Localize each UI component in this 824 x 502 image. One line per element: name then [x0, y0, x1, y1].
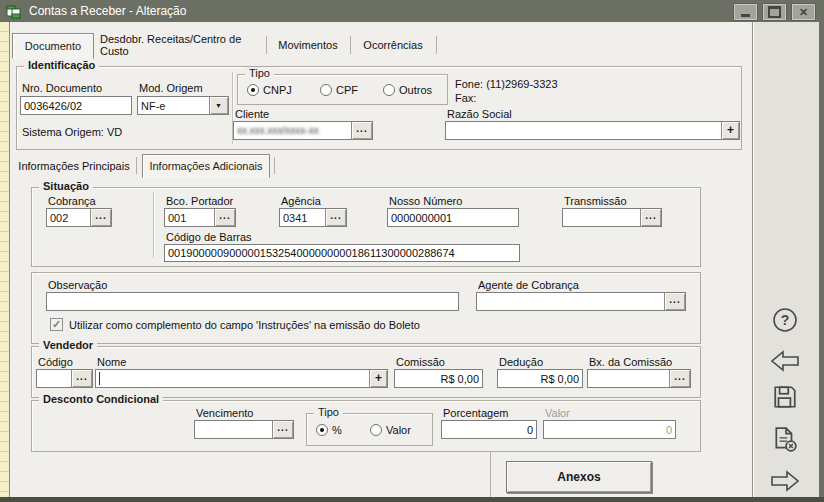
vencimento-value	[195, 421, 272, 438]
back-arrow-icon[interactable]	[769, 346, 801, 376]
maximize-button[interactable]	[762, 3, 787, 21]
transmissao-field[interactable]: ...	[562, 208, 662, 227]
cliente-lookup-button[interactable]: ...	[351, 122, 372, 139]
subtab-separator	[136, 157, 137, 174]
agencia-field[interactable]: 0341 ...	[279, 208, 347, 227]
cliente-field[interactable]: xx.xxx.xxx/xxxx-xx ...	[233, 121, 373, 140]
porcentagem-label: Porcentagem	[443, 407, 508, 419]
radio-outros[interactable]	[383, 84, 395, 96]
vencimento-label: Vencimento	[196, 407, 253, 419]
agencia-label: Agência	[281, 195, 321, 207]
dropdown-arrow-icon[interactable]: ▼	[209, 97, 228, 114]
vencimento-field[interactable]: ...	[194, 420, 294, 439]
instrucoes-checkbox[interactable]: ✓	[50, 318, 63, 331]
nosso-numero-input[interactable]	[387, 208, 519, 227]
identificacao-legend: Identificação	[24, 59, 99, 71]
comissao-input[interactable]	[394, 369, 483, 388]
codigo-barras-input[interactable]	[164, 244, 520, 262]
radio-percentual-label: %	[332, 424, 342, 436]
razao-social-add-button[interactable]: +	[721, 122, 739, 139]
vendedor-codigo-lookup-button[interactable]: ...	[71, 370, 92, 387]
mod-origem-select[interactable]: NF-e ▼	[137, 96, 229, 115]
footer-divider	[490, 452, 491, 497]
bco-portador-lookup-button[interactable]: ...	[214, 209, 235, 226]
valor-input[interactable]	[543, 420, 676, 439]
bco-portador-field[interactable]: 001 ...	[164, 208, 236, 227]
tab-documento[interactable]: Documento	[12, 33, 94, 59]
transmissao-lookup-button[interactable]: ...	[640, 209, 661, 226]
vendedor-codigo-label: Código	[38, 356, 73, 368]
radio-valor[interactable]	[370, 424, 382, 436]
razao-social-field[interactable]: +	[445, 121, 740, 140]
nro-documento-label: Nro. Documento	[22, 82, 102, 94]
desconto-tipo-legend: Tipo	[314, 406, 343, 418]
cobranca-lookup-button[interactable]: ...	[90, 209, 111, 226]
bx-comissao-value	[588, 370, 669, 387]
radio-cpf[interactable]	[320, 84, 332, 96]
comissao-label: Comissão	[396, 356, 445, 368]
subtab-informacoes-principais[interactable]: Informações Principais	[16, 155, 132, 176]
bco-portador-value: 001	[165, 209, 214, 226]
mod-origem-label: Mod. Origem	[139, 82, 203, 94]
radio-cnpj[interactable]	[247, 84, 259, 96]
bx-comissao-lookup-button[interactable]: ...	[669, 370, 690, 387]
vendedor-legend: Vendedor	[39, 339, 97, 351]
maximize-icon	[768, 6, 781, 18]
porcentagem-input[interactable]	[441, 420, 537, 439]
situacao-divider	[153, 192, 154, 258]
save-icon[interactable]	[769, 382, 801, 412]
tab-label: Movimentos	[278, 39, 337, 51]
vendedor-nome-field[interactable]: +	[95, 369, 388, 388]
radio-outros-label: Outros	[399, 84, 432, 96]
anexos-button[interactable]: Anexos	[506, 461, 652, 493]
agencia-lookup-button[interactable]: ...	[325, 209, 346, 226]
tab-movimentos[interactable]: Movimentos	[272, 33, 344, 57]
tab-label: Ocorrências	[363, 39, 422, 51]
instrucoes-checkbox-label: Utilizar como complemento do campo 'Inst…	[69, 319, 420, 331]
transmissao-value	[563, 209, 640, 226]
cancel-document-icon[interactable]	[769, 424, 801, 454]
cobranca-value: 002	[47, 209, 90, 226]
tab-label: Desdobr. Receitas/Centro de Custo	[100, 33, 260, 57]
close-button[interactable]: ✕	[791, 3, 816, 21]
cobranca-field[interactable]: 002 ...	[46, 208, 112, 227]
vencimento-lookup-button[interactable]: ...	[272, 421, 293, 438]
tab-desdobr-receitas[interactable]: Desdobr. Receitas/Centro de Custo	[100, 33, 260, 57]
vendedor-codigo-field[interactable]: ...	[36, 369, 93, 388]
close-icon: ✕	[799, 7, 808, 18]
razao-social-value	[446, 122, 721, 139]
help-icon[interactable]: ?	[769, 305, 801, 335]
tab-separator	[350, 36, 351, 54]
nro-documento-input[interactable]	[20, 96, 132, 115]
vendedor-nome-add-button[interactable]: +	[369, 370, 387, 387]
deducao-input[interactable]	[497, 369, 583, 388]
fax-text: Fax:	[455, 92, 476, 104]
agente-cobranca-field[interactable]: ...	[476, 292, 686, 311]
situacao-legend: Situação	[39, 180, 93, 192]
deducao-label: Dedução	[499, 356, 543, 368]
subtab-separator	[274, 157, 275, 174]
nosso-numero-label: Nosso Número	[389, 195, 462, 207]
observacao-input[interactable]	[46, 292, 459, 311]
agencia-value: 0341	[280, 209, 325, 226]
observacao-label: Observação	[48, 279, 107, 291]
agente-cobranca-lookup-button[interactable]: ...	[664, 293, 685, 310]
bx-comissao-field[interactable]: ...	[587, 369, 691, 388]
forward-arrow-icon[interactable]	[769, 466, 801, 496]
window-title: Contas a Receber - Alteração	[29, 4, 186, 18]
text-caret	[99, 372, 100, 385]
bco-portador-label: Bco. Portador	[166, 195, 233, 207]
desconto-legend: Desconto Condicional	[39, 393, 163, 405]
background-window-sliver	[0, 22, 10, 497]
fone-text: Fone: (11)2969-3323	[455, 78, 558, 90]
radio-percentual[interactable]	[316, 424, 328, 436]
window-frame-bottom	[0, 497, 824, 502]
radio-valor-label: Valor	[386, 424, 411, 436]
minimize-button[interactable]	[733, 3, 758, 21]
app-icon	[6, 4, 21, 19]
subtab-informacoes-adicionais[interactable]: Informações Adicionais	[142, 154, 270, 178]
bx-comissao-label: Bx. da Comissão	[589, 356, 672, 368]
anexos-button-label: Anexos	[557, 470, 600, 484]
tab-ocorrencias[interactable]: Ocorrências	[356, 33, 430, 57]
cobranca-label: Cobrança	[48, 195, 96, 207]
